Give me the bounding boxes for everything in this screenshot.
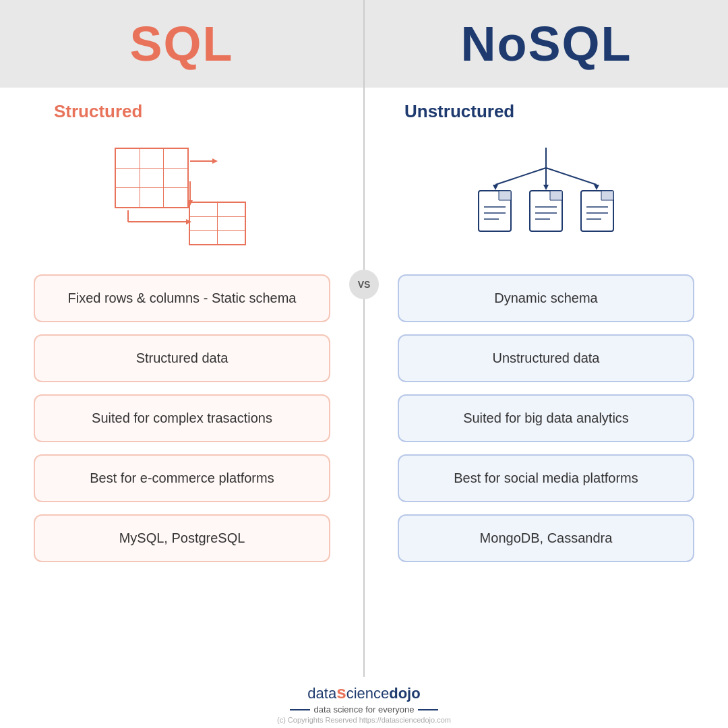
tagline-line-right <box>418 709 438 710</box>
footer-copyright: (c) Copyrights Reserved https://datascie… <box>277 716 451 724</box>
body-section: VS Structured <box>0 88 728 677</box>
nosql-diagram-area <box>398 134 694 255</box>
sql-feature-4: Best for e-commerce platforms <box>34 454 330 502</box>
footer-tagline: data science for everyone <box>290 704 439 715</box>
nosql-section-label: Unstructured <box>404 101 514 122</box>
header: SQL NoSQL <box>0 0 728 88</box>
tagline-text: data science for everyone <box>314 704 415 715</box>
footer-logo-cience: cience <box>346 685 390 702</box>
nosql-tree-svg <box>458 141 634 249</box>
main-layout: SQL NoSQL VS Structured <box>0 0 728 728</box>
sql-title: SQL <box>129 16 233 71</box>
footer-logo-dot: s <box>336 682 346 702</box>
svg-marker-1 <box>212 158 218 164</box>
nosql-feature-4: Best for social media platforms <box>398 454 694 502</box>
svg-marker-20 <box>550 191 562 200</box>
svg-line-8 <box>495 168 546 185</box>
header-left: SQL <box>0 0 363 88</box>
center-divider <box>363 88 365 677</box>
svg-marker-15 <box>499 191 511 200</box>
svg-marker-13 <box>594 185 599 190</box>
vs-badge: VS <box>349 270 379 299</box>
sql-table-small <box>189 202 246 245</box>
svg-marker-25 <box>601 191 613 200</box>
left-column: Structured <box>0 88 364 677</box>
sql-diagram-area <box>34 134 330 255</box>
footer-logo: datasciencedojo <box>307 682 420 703</box>
svg-line-10 <box>546 168 597 185</box>
nosql-title: NoSQL <box>461 16 632 71</box>
nosql-diagram <box>458 141 634 249</box>
footer: datasciencedojo data science for everyon… <box>0 677 728 728</box>
sql-diagram <box>108 141 256 249</box>
header-right: NoSQL <box>365 0 728 88</box>
nosql-feature-2: Unstructured data <box>398 334 694 382</box>
nosql-feature-5: MongoDB, Cassandra <box>398 514 694 562</box>
nosql-feature-1: Dynamic schema <box>398 274 694 322</box>
svg-marker-12 <box>543 185 549 190</box>
nosql-feature-3: Suited for big data analytics <box>398 394 694 442</box>
right-column: Unstructured <box>364 88 728 677</box>
footer-logo-data: data <box>307 685 336 702</box>
tagline-line-left <box>290 709 310 710</box>
sql-feature-1: Fixed rows & columns - Static schema <box>34 274 330 322</box>
sql-section-label: Structured <box>54 101 142 122</box>
footer-logo-dojo: dojo <box>389 685 420 702</box>
sql-feature-2: Structured data <box>34 334 330 382</box>
sql-feature-3: Suited for complex trasactions <box>34 394 330 442</box>
svg-marker-11 <box>493 185 498 190</box>
sql-table-large <box>115 148 189 208</box>
sql-feature-5: MySQL, PostgreSQL <box>34 514 330 562</box>
